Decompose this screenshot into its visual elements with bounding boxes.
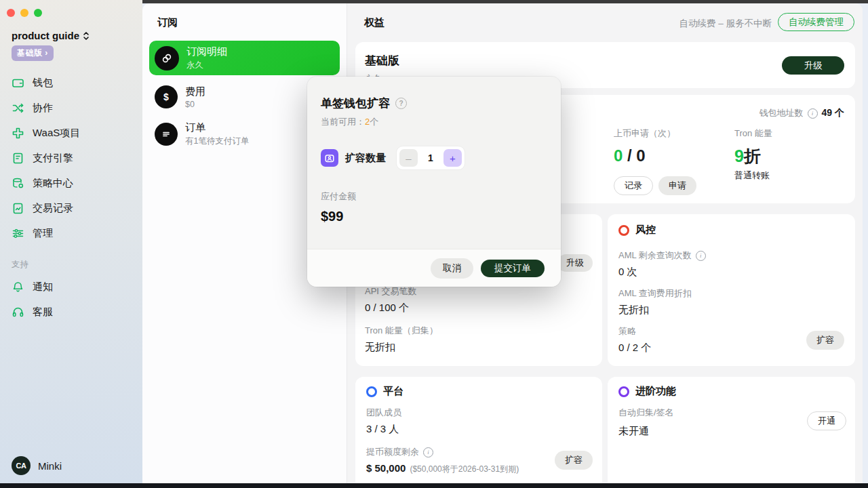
- subscription-item-title: 费用: [185, 85, 205, 98]
- payment-engine-icon: [12, 152, 24, 165]
- available-count: 当前可用：2个: [321, 116, 378, 128]
- sidebar-item-label: 支付引擎: [33, 152, 73, 165]
- window-controls: [7, 9, 42, 17]
- support-section-label: 支持: [0, 254, 142, 274]
- sidebar-item-strategy-center[interactable]: 策略中心: [0, 171, 142, 196]
- apply-button[interactable]: 申请: [658, 176, 696, 195]
- advanced-features-card: 进阶功能 自动归集/签名 未开通 开通: [608, 377, 855, 483]
- records-button[interactable]: 记录: [614, 176, 653, 195]
- tron-discount-suffix: 折: [744, 146, 761, 165]
- info-icon[interactable]: i: [423, 447, 433, 458]
- advanced-card-title: 进阶功能: [635, 385, 676, 398]
- auto-collect-label: 自动归集/签名: [618, 407, 674, 419]
- tron-discount-value: 9: [734, 146, 744, 165]
- subscription-item-subtitle: 有1笔待支付订单: [185, 136, 249, 147]
- expand-button[interactable]: 扩容: [806, 331, 844, 350]
- workspace-name: product guide: [12, 30, 79, 41]
- risk-card-title: 风控: [635, 224, 656, 237]
- aml-count-value: 0 次: [618, 266, 706, 279]
- sidebar-item-label: 交易记录: [33, 202, 73, 215]
- subscription-details-icon: [155, 46, 179, 70]
- api-transactions-value: 0 / 100 个: [365, 302, 417, 314]
- zoom-window-button[interactable]: [34, 9, 42, 17]
- sidebar: product guide 基础版 › 钱包 协作: [0, 0, 142, 483]
- api-transactions-label: API 交易笔数: [365, 285, 417, 298]
- listing-requests-label: 上币申请（次）: [614, 127, 696, 140]
- info-icon[interactable]: i: [696, 251, 706, 261]
- quantity-row: 扩容数量 – 1 +: [321, 146, 465, 170]
- info-icon[interactable]: i: [808, 108, 818, 119]
- sidebar-item-label: 策略中心: [33, 177, 73, 190]
- advanced-ring-icon: [618, 386, 629, 397]
- close-window-button[interactable]: [7, 9, 15, 17]
- headset-icon: [12, 306, 24, 319]
- tron-collect-value: 无折扣: [365, 341, 438, 354]
- quantity-label: 扩容数量: [345, 152, 386, 165]
- workspace-switcher[interactable]: product guide: [12, 30, 90, 41]
- bell-icon: [12, 281, 24, 293]
- submit-order-button[interactable]: 提交订单: [481, 260, 545, 277]
- sidebar-item-label: 管理: [33, 227, 53, 240]
- minimize-window-button[interactable]: [20, 9, 28, 17]
- sidebar-item-collaboration[interactable]: 协作: [0, 96, 142, 121]
- waas-icon: [12, 127, 24, 140]
- subscription-panel-title: 订阅: [157, 16, 178, 29]
- policy-value: 0 / 2 个: [618, 342, 651, 354]
- strategy-center-icon: [12, 177, 24, 190]
- quantity-value: 1: [418, 152, 443, 163]
- wallet-expansion-modal: 单签钱包扩容 ? 当前可用：2个 扩容数量 – 1 + 应付金额 $99 取消 …: [307, 77, 561, 287]
- upgrade-button[interactable]: 升级: [782, 56, 844, 75]
- sidebar-item-customer-service[interactable]: 客服: [0, 300, 142, 325]
- expand-button[interactable]: 扩容: [555, 451, 593, 470]
- wallet-purple-icon: [321, 149, 338, 167]
- wallet-icon: [12, 77, 24, 89]
- wallet-addresses-label: 钱包地址数: [760, 107, 804, 119]
- upgrade-button[interactable]: 升级: [557, 254, 593, 272]
- transaction-records-icon: [12, 202, 24, 215]
- sidebar-item-notifications[interactable]: 通知: [0, 274, 142, 300]
- fees-icon: $: [155, 85, 178, 108]
- modal-title: 单签钱包扩容: [321, 96, 390, 111]
- activate-button[interactable]: 开通: [807, 411, 846, 430]
- platform-card: 平台 团队成员 3 / 3 人 提币额度剩余 i $ 50,000 ($50,0…: [355, 377, 602, 483]
- sidebar-item-label: 钱包: [33, 77, 53, 89]
- risk-card: 风控 AML 剩余查询次数 i 0 次 AML 查询费用折扣 无折扣 策略 0 …: [608, 214, 855, 366]
- amount-due-label: 应付金额: [321, 190, 356, 203]
- quantity-stepper: – 1 +: [396, 146, 465, 170]
- chevron-updown-icon: [83, 31, 90, 41]
- sidebar-item-waas[interactable]: WaaS项目: [0, 121, 142, 146]
- subscription-item-subtitle: $0: [185, 100, 205, 109]
- sidebar-item-label: 客服: [33, 306, 53, 319]
- quota-label: 提币额度剩余: [366, 446, 419, 458]
- subscription-item-details[interactable]: 订阅明细 永久: [149, 41, 340, 75]
- sidebar-item-manage[interactable]: 管理: [0, 221, 142, 246]
- help-icon[interactable]: ?: [395, 98, 407, 109]
- listing-total-value: / 0: [623, 146, 645, 165]
- sidebar-item-label: 协作: [33, 102, 53, 115]
- amount-due-value: $99: [321, 209, 343, 224]
- stepper-minus-button[interactable]: –: [399, 149, 418, 167]
- tron-collect-label: Tron 能量（归集）: [365, 325, 438, 337]
- tron-energy-stat: Tron 能量 9折 普通转账: [734, 127, 772, 182]
- plan-name: 基础版: [365, 53, 399, 68]
- tron-energy-sub: 普通转账: [734, 169, 772, 182]
- user-account[interactable]: CA Minki: [12, 456, 62, 475]
- auto-renew-manage-button[interactable]: 自动续费管理: [778, 13, 854, 31]
- stepper-plus-button[interactable]: +: [443, 149, 462, 167]
- sidebar-item-wallet[interactable]: 钱包: [0, 70, 142, 96]
- quota-expiry-note: ($50,000将于2026-03-31到期): [410, 464, 519, 475]
- benefits-title: 权益: [364, 16, 384, 29]
- sidebar-item-transaction-records[interactable]: 交易记录: [0, 196, 142, 221]
- plan-badge[interactable]: 基础版 ›: [12, 45, 54, 61]
- sidebar-item-label: 通知: [33, 281, 53, 293]
- orders-icon: [155, 123, 178, 146]
- sidebar-item-label: WaaS项目: [33, 127, 80, 140]
- aml-discount-value: 无折扣: [618, 304, 692, 317]
- subscription-item-subtitle: 永久: [186, 60, 227, 71]
- cancel-button[interactable]: 取消: [431, 258, 473, 279]
- quota-value: $ 50,000: [366, 462, 406, 474]
- team-members-value: 3 / 3 人: [366, 423, 401, 436]
- sidebar-nav: 钱包 协作 WaaS项目 支付引擎: [0, 70, 142, 325]
- sidebar-item-payment-engine[interactable]: 支付引擎: [0, 146, 142, 171]
- user-name: Minki: [38, 460, 62, 472]
